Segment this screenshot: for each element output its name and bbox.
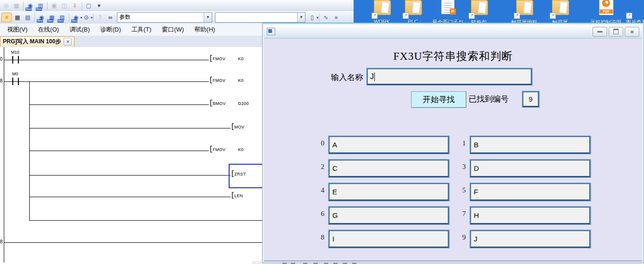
instruction-op[interactable]: FMOV: [213, 78, 225, 83]
slot-textbox[interactable]: D: [470, 159, 591, 177]
slot-index-label: 3: [453, 163, 466, 171]
dev-badge: Dev: [36, 8, 42, 11]
name-input[interactable]: J: [366, 68, 532, 85]
slot-index-label: 0: [311, 139, 324, 147]
maximize-button[interactable]: [609, 27, 623, 37]
menu-item-0[interactable]: 视图(V): [2, 24, 33, 36]
slot-index-label: 5: [453, 186, 466, 194]
slot-textbox[interactable]: C: [328, 159, 449, 177]
ladder-wire: [29, 151, 209, 151]
window-swap-icon[interactable]: ◫: [60, 1, 69, 10]
desktop-icon-hmi-prog[interactable]: ↗触摸屏编程: [509, 0, 539, 25]
minimize-icon: [597, 31, 603, 32]
ladder-wire: [29, 220, 264, 221]
dev-find-icon[interactable]: ◉Dev: [37, 13, 46, 22]
search-doc-icon[interactable]: ▯▼: [307, 13, 317, 22]
slot-textbox[interactable]: H: [470, 206, 591, 224]
ladder-wire: [29, 104, 209, 105]
contact-icon: [12, 78, 13, 85]
dev-batch-icon[interactable]: ▦Dev: [47, 13, 57, 22]
found-number-box[interactable]: 9: [522, 91, 539, 107]
slot-index-label: 6: [311, 210, 324, 218]
combo-arrow-icon[interactable]: ▼: [297, 13, 305, 22]
toolbar-separator: [23, 2, 24, 10]
desktop-icon-doc[interactable]: P最全西门子与: [433, 0, 463, 25]
toolbar-row-1: ◎▦◉Dev▥Dev▣◫⇩▢▾: [0, 0, 354, 11]
dropdown-arrow-icon: ▼: [316, 16, 319, 19]
device-block-icon[interactable]: ▦: [12, 1, 21, 10]
desktop-icon-remote-pdf[interactable]: PDF远程控制说明: [591, 0, 621, 25]
dev-monitor-icon[interactable]: ◉Dev▼: [71, 13, 81, 22]
menu-item-3[interactable]: 诊断(D): [95, 24, 126, 36]
help-icon[interactable]: ?: [95, 13, 105, 22]
parameter-chip-icon[interactable]: ▦: [13, 13, 22, 22]
dialog-title-bar[interactable]: ×: [264, 25, 642, 39]
start-search-button[interactable]: 开始寻找: [411, 91, 466, 108]
desktop-icon-pictures[interactable]: ↗图片查看: [621, 0, 644, 25]
combo-arrow-icon[interactable]: ▼: [204, 13, 212, 22]
menu-item-1[interactable]: 在线(O): [33, 24, 64, 36]
toolbar1-overflow-icon[interactable]: ▾: [94, 1, 104, 10]
instruction-op[interactable]: FMOV: [213, 147, 225, 152]
slot-textbox[interactable]: A: [328, 136, 449, 154]
instruction-op[interactable]: MOV: [234, 125, 244, 129]
window-paste-icon[interactable]: ⇩: [70, 1, 80, 10]
secondary-combobox[interactable]: ▼: [215, 12, 305, 23]
desktop-icon-plc[interactable]: ↗PLC: [398, 0, 428, 25]
folder-paper: [478, 1, 487, 14]
device-test-icon[interactable]: ⊙▼: [82, 13, 91, 22]
logic-analyzer-icon[interactable]: ∿: [321, 13, 330, 22]
slot-textbox[interactable]: J: [470, 230, 591, 248]
find-binoculars-icon[interactable]: ∞: [106, 13, 115, 22]
toolbar-separator: [69, 13, 69, 22]
pdf-icon: PDF: [599, 0, 613, 15]
slot-textbox[interactable]: F: [470, 183, 591, 201]
menu-item-6[interactable]: 帮助(H): [189, 24, 220, 36]
slot-textbox[interactable]: I: [328, 230, 449, 248]
desktop-icon-software[interactable]: ↗软件包: [464, 0, 494, 25]
dev-search-icon[interactable]: ◉Dev: [25, 1, 35, 10]
dialog-window: × FX3U字符串搜索和判断 输入名称 J 开始寻找 已找到编号 9 0A1B2…: [262, 23, 644, 263]
menu-item-4[interactable]: 工具(T): [126, 24, 157, 36]
toolbar-separator: [47, 2, 48, 10]
dev-connect-icon[interactable]: ▧Dev: [58, 13, 67, 22]
contact-icon: [18, 56, 19, 64]
shortcut-arrow-icon: ↗: [514, 13, 520, 19]
window-copy-icon[interactable]: ▣: [50, 1, 59, 10]
contact-label: M0: [5, 72, 25, 76]
toolbar-separator: [34, 13, 35, 22]
desktop-icon-hmi[interactable]: ↗触摸屏: [545, 0, 575, 25]
name-input-value: J: [370, 72, 374, 81]
instruction-op[interactable]: LEN: [234, 193, 243, 198]
desktop-icon-work[interactable]: ↗WORK: [367, 0, 397, 25]
comment-list-icon[interactable]: ▤: [23, 13, 33, 22]
ladder-wire: [4, 47, 4, 263]
contact-label: M10: [5, 50, 25, 55]
dev-badge: Dev: [58, 19, 64, 23]
slot-textbox[interactable]: E: [328, 183, 449, 201]
instruction-op[interactable]: FMOV: [213, 56, 225, 61]
instruction-operand: D200: [238, 101, 249, 106]
device-zoom-icon[interactable]: ◎: [1, 1, 11, 10]
tab-close-icon[interactable]: ×: [64, 38, 72, 46]
parameter-combobox[interactable]: 参数▼: [117, 12, 212, 23]
toolbar2-overflow-icon[interactable]: »: [331, 13, 341, 22]
close-button[interactable]: ×: [625, 27, 639, 37]
tab-label: PRG]写入 MAIN 100步: [3, 38, 61, 46]
p-badge-icon: P: [450, 8, 456, 15]
minimize-button[interactable]: [593, 27, 607, 37]
shortcut-arrow-icon: ↗: [403, 13, 409, 19]
dev-register-icon[interactable]: ▥Dev: [36, 1, 45, 10]
navigator-icon[interactable]: ≡: [1, 13, 12, 22]
slot-textbox[interactable]: G: [328, 206, 449, 224]
instruction-op[interactable]: BMOV: [213, 101, 226, 106]
tab-main-program[interactable]: PRG]写入 MAIN 100步 ×: [0, 36, 74, 47]
menu-item-2[interactable]: 调试(B): [64, 24, 95, 36]
ladder-wire: [4, 60, 209, 60]
monitor-window-icon[interactable]: ▢: [84, 1, 93, 10]
folder-paper: [523, 1, 532, 14]
slot-textbox[interactable]: B: [470, 136, 591, 154]
page-fold: [610, 0, 613, 1]
menu-item-5[interactable]: 窗口(W): [157, 24, 189, 36]
dialog-heading: FX3U字符串搜索和判断: [264, 49, 642, 64]
